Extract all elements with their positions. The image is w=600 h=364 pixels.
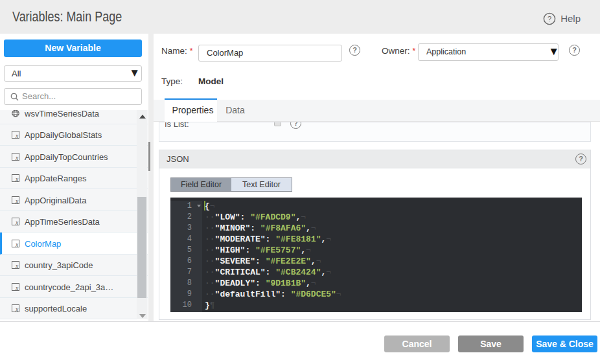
svg-text:x: x [15, 133, 19, 139]
svg-text:?: ? [548, 15, 551, 23]
svg-text:x: x [15, 198, 19, 204]
svg-text:x: x [15, 155, 19, 161]
svg-text:x: x [15, 306, 19, 312]
svg-text:x: x [15, 285, 19, 291]
svg-text:x: x [15, 220, 19, 225]
svg-text:x: x [15, 242, 19, 247]
svg-text:x: x [15, 176, 19, 182]
svg-text:x: x [15, 263, 19, 269]
